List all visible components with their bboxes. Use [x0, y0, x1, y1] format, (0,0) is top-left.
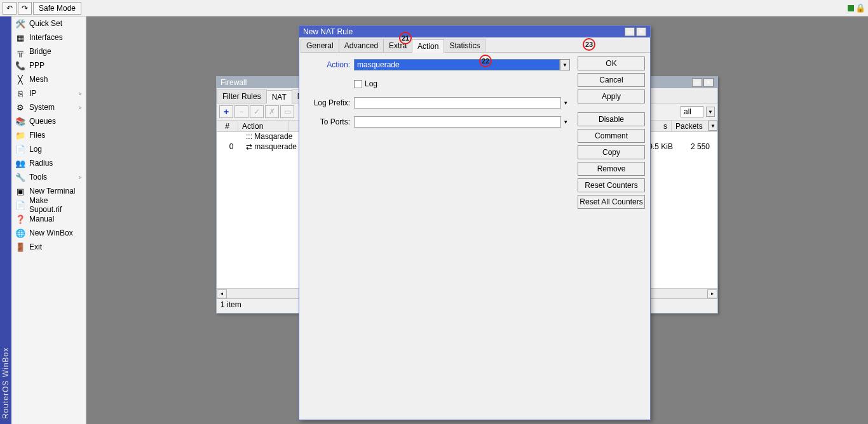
- minimize-button[interactable]: ▭: [692, 78, 702, 87]
- sidebar-item-files[interactable]: 📁Files: [11, 128, 86, 142]
- sidebar-item-label: Interfaces: [29, 33, 82, 42]
- apply-button[interactable]: Apply: [578, 89, 645, 103]
- disable-button[interactable]: Disable: [578, 112, 645, 126]
- chevron-down-icon[interactable]: ▼: [706, 107, 715, 117]
- sidebar-item-label: Manual: [29, 215, 82, 223]
- sidebar-item-ip[interactable]: ⎘IP▹: [11, 86, 86, 100]
- comment-button[interactable]: ▭: [280, 105, 294, 118]
- remove-button[interactable]: Remove: [578, 162, 645, 176]
- sidebar-item-quick-set[interactable]: 🛠️Quick Set: [11, 17, 86, 30]
- sidebar-item-radius[interactable]: 👥Radius: [11, 156, 86, 170]
- sidebar-item-label: Files: [29, 131, 82, 140]
- disable-button[interactable]: ✗: [265, 105, 279, 118]
- gear-icon: ⚙: [15, 102, 25, 112]
- ppp-icon: 📞: [15, 60, 25, 70]
- tab-filter-rules[interactable]: Filter Rules: [217, 89, 267, 103]
- sidebar-item-interfaces[interactable]: ▦Interfaces: [11, 30, 86, 44]
- filter-combo-label: all: [684, 107, 691, 116]
- globe-icon: 🌐: [15, 228, 25, 238]
- sidebar-item-label: IP: [29, 89, 75, 98]
- sidebar-item-label: System: [29, 103, 75, 112]
- action-select-value: masquerade: [357, 60, 400, 69]
- status-indicator-icon: [848, 5, 854, 11]
- sidebar-item-label: New WinBox: [29, 229, 82, 237]
- log-prefix-input[interactable]: [354, 97, 561, 109]
- copy-button[interactable]: Copy: [578, 145, 645, 159]
- cell-action: ⇄ masquerade: [242, 142, 301, 152]
- close-button[interactable]: ✕: [703, 78, 714, 87]
- tab-action[interactable]: Action: [412, 39, 444, 53]
- col-action[interactable]: Action: [238, 121, 289, 131]
- filter-combo[interactable]: all: [681, 106, 703, 117]
- sidebar-item-new-winbox[interactable]: 🌐New WinBox: [11, 226, 86, 240]
- col-number[interactable]: #: [217, 121, 238, 131]
- tab-statistics[interactable]: Statistics: [444, 39, 485, 52]
- nat-titlebar[interactable]: New NAT Rule ▭ ✕: [299, 26, 650, 37]
- sidebar-item-system[interactable]: ⚙System▹: [11, 100, 86, 114]
- log-icon: 📄: [15, 144, 25, 154]
- col-packets[interactable]: Packets: [672, 121, 709, 131]
- sidebar-item-label: Quick Set: [29, 19, 82, 28]
- scroll-right-icon[interactable]: ▸: [707, 289, 717, 298]
- sidebar-item-label: Exit: [29, 242, 82, 251]
- comment-button[interactable]: Comment: [578, 129, 645, 143]
- nat-rule-dialog: New NAT Rule ▭ ✕ General Advanced Extra …: [299, 25, 651, 420]
- sidebar-item-log[interactable]: 📄Log: [11, 142, 86, 156]
- sidebar-item-bridge[interactable]: ╦Bridge: [11, 44, 86, 58]
- chevron-down-icon[interactable]: ▾: [561, 100, 570, 106]
- firewall-title-label: Firewall: [220, 78, 247, 87]
- brand-label: RouterOS WinBox: [1, 342, 10, 424]
- minimize-button[interactable]: ▭: [625, 27, 635, 36]
- top-toolbar: ↶ ↷ Safe Mode 🔒: [0, 0, 868, 17]
- sidebar-item-make-supout[interactable]: 📄Make Supout.rif: [11, 198, 86, 212]
- sidebar-item-queues[interactable]: 📚Queues: [11, 114, 86, 128]
- undo-button[interactable]: ↶: [3, 2, 17, 15]
- sidebar-item-manual[interactable]: ❓Manual: [11, 212, 86, 226]
- log-checkbox[interactable]: [354, 80, 362, 88]
- action-select[interactable]: masquerade: [354, 59, 560, 70]
- cell-action: ::: Masqarade: [242, 132, 296, 142]
- nat-button-column: OK Cancel Apply Disable Comment Copy Rem…: [578, 56, 645, 209]
- wrench-icon: 🛠️: [15, 18, 25, 29]
- interfaces-icon: ▦: [15, 32, 25, 43]
- ok-button[interactable]: OK: [578, 56, 645, 70]
- cancel-button[interactable]: Cancel: [578, 73, 645, 87]
- radius-icon: 👥: [15, 158, 25, 168]
- cell-num: 0: [220, 142, 242, 152]
- sidebar-item-label: PPP: [29, 61, 82, 70]
- undo-icon: ↶: [6, 4, 13, 13]
- tab-extra[interactable]: Extra: [383, 39, 412, 52]
- sidebar-item-label: Log: [29, 145, 82, 154]
- redo-icon: ↷: [22, 4, 28, 13]
- remove-button[interactable]: −: [234, 105, 248, 118]
- log-prefix-label: Log Prefix:: [304, 98, 354, 107]
- tab-general[interactable]: General: [301, 39, 339, 52]
- chevron-right-icon: ▹: [79, 90, 82, 96]
- sidebar-item-exit[interactable]: 🚪Exit: [11, 240, 86, 254]
- brand-strip: RouterOS WinBox: [0, 17, 11, 424]
- to-ports-input[interactable]: [354, 116, 561, 128]
- sidebar-item-tools[interactable]: 🔧Tools▹: [11, 170, 86, 184]
- sidebar-item-label: Tools: [29, 173, 75, 182]
- reset-all-counters-button[interactable]: Reset All Counters: [578, 195, 645, 209]
- add-button[interactable]: +: [219, 105, 233, 118]
- columns-menu-button[interactable]: ▼: [709, 121, 717, 131]
- sidebar-item-mesh[interactable]: ╳Mesh: [11, 72, 86, 86]
- file-icon: 📄: [15, 200, 25, 210]
- reset-counters-button[interactable]: Reset Counters: [578, 178, 645, 192]
- scroll-left-icon[interactable]: ◂: [217, 289, 227, 298]
- tab-advanced[interactable]: Advanced: [339, 39, 384, 52]
- chevron-right-icon: ▹: [79, 174, 82, 180]
- sidebar-item-ppp[interactable]: 📞PPP: [11, 58, 86, 72]
- log-label: Log: [365, 79, 377, 88]
- folder-icon: 📁: [15, 130, 25, 140]
- redo-button[interactable]: ↷: [18, 2, 32, 15]
- nat-form: Action: masquerade ▼ Log Log Prefix: ▾: [304, 56, 570, 209]
- chevron-down-icon[interactable]: ▾: [561, 119, 570, 125]
- tab-nat[interactable]: NAT: [266, 90, 292, 103]
- chevron-down-icon[interactable]: ▼: [560, 59, 570, 70]
- enable-button[interactable]: ✓: [250, 105, 264, 118]
- bridge-icon: ╦: [15, 46, 25, 56]
- close-button[interactable]: ✕: [636, 27, 646, 36]
- safe-mode-button[interactable]: Safe Mode: [33, 2, 81, 15]
